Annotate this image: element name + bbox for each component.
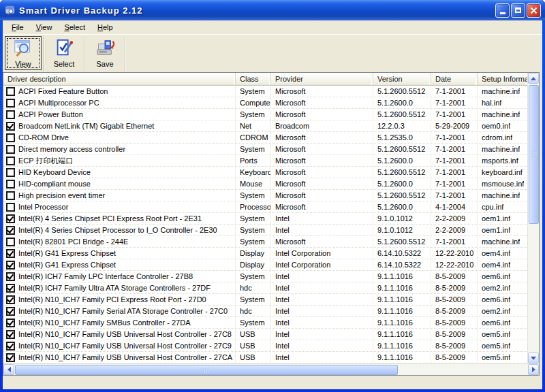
table-row[interactable]: Intel(R) G41 Express Chipset Display Int… xyxy=(3,259,527,271)
menu-file[interactable]: File xyxy=(5,21,30,33)
row-checkbox[interactable] xyxy=(6,330,15,339)
driver-provider: Microsoft xyxy=(271,167,373,178)
driver-provider: Microsoft xyxy=(271,144,373,154)
column-header-provider[interactable]: Provider xyxy=(271,73,373,85)
driver-description: Intel(R) N10_ICH7 Family USB Universal H… xyxy=(18,330,232,338)
table-row[interactable]: Intel(R) N10_ICH7 Family PCI Express Roo… xyxy=(3,294,527,306)
table-row[interactable]: Intel(R) N10_ICH7 Family USB Universal H… xyxy=(3,352,527,363)
row-checkbox[interactable] xyxy=(6,145,15,154)
table-row[interactable]: Intel(R) N10_ICH7 Family USB Universal H… xyxy=(3,329,527,340)
driver-version: 5.1.2600.5512 xyxy=(373,167,431,178)
row-checkbox[interactable] xyxy=(6,272,15,281)
table-row[interactable]: Direct memory access controller System M… xyxy=(3,144,527,155)
table-row[interactable]: Intel(R) ICH7 Family LPC Interface Contr… xyxy=(3,271,527,282)
driver-inf-file: machine.inf xyxy=(478,109,520,120)
menu-view[interactable]: View xyxy=(30,21,59,33)
column-header-setup-information[interactable]: Setup Information xyxy=(478,73,527,85)
row-checkbox[interactable] xyxy=(6,214,15,223)
driver-inf-file: machine.inf xyxy=(478,86,520,97)
table-row[interactable]: Intel(R) G41 Express Chipset Display Int… xyxy=(3,248,527,259)
row-checkbox[interactable] xyxy=(6,342,15,350)
row-checkbox[interactable] xyxy=(6,249,15,258)
scroll-up-button[interactable] xyxy=(528,73,539,84)
vertical-scroll-thumb[interactable] xyxy=(529,85,539,224)
title-bar[interactable]: Smart Driver Backup 2.12 xyxy=(0,0,545,20)
view-icon xyxy=(13,38,33,59)
horizontal-scrollbar[interactable] xyxy=(3,363,539,375)
driver-class: System xyxy=(236,190,271,201)
row-checkbox[interactable] xyxy=(6,226,15,235)
row-checkbox[interactable] xyxy=(6,318,15,327)
table-row[interactable]: CD-ROM Drive CDROM Microsoft 5.1.2535.0 … xyxy=(3,132,527,144)
driver-description: Intel(R) N10_ICH7 Family PCI Express Roo… xyxy=(18,295,206,304)
table-row[interactable]: Intel(R) 82801 PCI Bridge - 244E System … xyxy=(3,236,527,248)
row-checkbox[interactable] xyxy=(6,353,15,362)
menu-help[interactable]: Help xyxy=(91,21,119,33)
select-button[interactable]: Select xyxy=(46,36,82,70)
row-checkbox[interactable] xyxy=(6,122,15,131)
driver-version: 5.1.2600.0 xyxy=(373,178,431,189)
driver-provider: Intel xyxy=(271,271,373,282)
column-header-class[interactable]: Class xyxy=(236,73,271,85)
driver-provider: Intel xyxy=(271,294,373,305)
table-row[interactable]: ECP 打印机端口 Ports Microsoft 5.1.2600.0 7-1… xyxy=(3,155,527,167)
minimize-button[interactable] xyxy=(495,3,510,18)
driver-version: 9.1.0.1012 xyxy=(373,225,431,235)
row-checkbox[interactable] xyxy=(6,180,15,189)
driver-provider: Intel xyxy=(271,225,373,235)
row-checkbox[interactable] xyxy=(6,261,15,270)
table-row[interactable]: HID Keyboard Device Keyboard Microsoft 5… xyxy=(3,167,527,178)
row-checkbox[interactable] xyxy=(6,191,15,200)
driver-class: hdc xyxy=(236,306,271,316)
row-checkbox[interactable] xyxy=(6,87,15,96)
table-row[interactable]: Intel(R) N10_ICH7 Family Serial ATA Stor… xyxy=(3,306,527,317)
column-header-date[interactable]: Date xyxy=(431,73,478,85)
driver-version: 9.1.0.1012 xyxy=(373,213,431,224)
table-row[interactable]: HID-compliant mouse Mouse Microsoft 5.1.… xyxy=(3,178,527,190)
row-checkbox[interactable] xyxy=(6,284,15,293)
close-button[interactable] xyxy=(527,3,541,18)
table-row[interactable]: Intel(R) ICH7 Family Ultra ATA Storage C… xyxy=(3,282,527,294)
driver-description: CD-ROM Drive xyxy=(18,133,69,142)
row-checkbox[interactable] xyxy=(6,168,15,177)
column-header-version[interactable]: Version xyxy=(373,73,431,85)
vertical-scrollbar[interactable] xyxy=(527,73,539,363)
driver-description: ACPI Power Button xyxy=(18,110,83,118)
scroll-right-button[interactable] xyxy=(528,364,539,375)
save-button[interactable]: Save xyxy=(87,36,123,70)
row-checkbox[interactable] xyxy=(6,99,15,108)
table-row[interactable]: Intel(R) N10_ICH7 Family SMBus Controlle… xyxy=(3,317,527,329)
table-row[interactable]: High precision event timer System Micros… xyxy=(3,190,527,201)
row-checkbox[interactable] xyxy=(6,295,15,304)
driver-version: 5.1.2600.5512 xyxy=(373,86,431,97)
horizontal-scroll-thumb[interactable] xyxy=(15,365,398,375)
table-row[interactable]: ACPI Fixed Feature Button System Microso… xyxy=(3,86,527,97)
view-button[interactable]: View xyxy=(5,36,42,70)
row-checkbox[interactable] xyxy=(6,203,15,212)
row-checkbox[interactable] xyxy=(6,110,15,119)
table-row[interactable]: Intel(R) 4 Series Chipset Processor to I… xyxy=(3,225,527,236)
close-icon xyxy=(530,7,538,14)
driver-inf-file: oem6.inf xyxy=(478,294,510,305)
driver-version: 9.1.1.1016 xyxy=(373,306,431,316)
table-row[interactable]: ACPI Multiprocessor PC Computer Microsof… xyxy=(3,97,527,109)
driver-date: 8-5-2009 xyxy=(431,340,478,351)
menu-select[interactable]: Select xyxy=(58,21,91,33)
driver-list: Driver description Class Provider Versio… xyxy=(3,72,540,376)
driver-provider: Broadcom xyxy=(271,120,373,131)
table-row[interactable]: Intel Processor Processor Microsoft 5.1.… xyxy=(3,201,527,213)
table-row[interactable]: ACPI Power Button System Microsoft 5.1.2… xyxy=(3,109,527,120)
scroll-down-button[interactable] xyxy=(528,353,539,363)
row-checkbox[interactable] xyxy=(6,133,15,142)
table-row[interactable]: Intel(R) N10_ICH7 Family USB Universal H… xyxy=(3,340,527,352)
status-bar xyxy=(3,376,542,389)
column-header-driver-description[interactable]: Driver description xyxy=(3,73,236,85)
table-row[interactable]: Intel(R) 4 Series Chipset PCI Express Ro… xyxy=(3,213,527,225)
driver-date: 7-1-2001 xyxy=(431,155,478,166)
row-checkbox[interactable] xyxy=(6,157,15,165)
table-row[interactable]: Broadcom NetLink (TM) Gigabit Ethernet N… xyxy=(3,120,527,132)
scroll-left-button[interactable] xyxy=(3,364,14,375)
row-checkbox[interactable] xyxy=(6,307,15,316)
maximize-button[interactable] xyxy=(511,3,525,18)
row-checkbox[interactable] xyxy=(6,238,15,246)
